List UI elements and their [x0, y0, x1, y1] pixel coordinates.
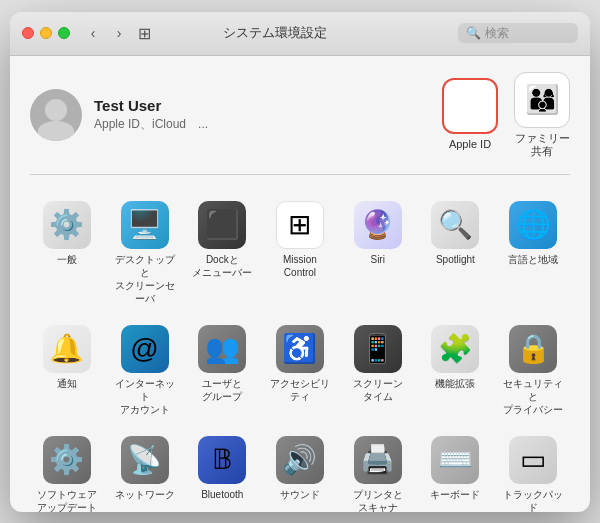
icon-img-network: 📡: [121, 436, 169, 484]
icon-item-dock[interactable]: ⬛Dockとメニューバー: [185, 195, 259, 311]
icon-label-users: ユーザとグループ: [202, 377, 242, 403]
apple-id-label: Apple ID: [449, 138, 491, 151]
icon-item-notify[interactable]: 🔔通知: [30, 319, 104, 422]
icon-img-internet: @: [121, 325, 169, 373]
icon-label-language: 言語と地域: [508, 253, 558, 266]
icon-img-sound: 🔊: [276, 436, 324, 484]
icon-item-sound[interactable]: 🔊サウンド: [263, 430, 337, 512]
icon-item-printer[interactable]: 🖨️プリンタとスキャナ: [341, 430, 415, 512]
icon-img-users: 👥: [198, 325, 246, 373]
icon-img-bluetooth: 𝔹: [198, 436, 246, 484]
icon-item-general[interactable]: ⚙️一般: [30, 195, 104, 311]
icon-item-internet[interactable]: @インターネットアカウント: [108, 319, 182, 422]
icon-item-bluetooth[interactable]: 𝔹Bluetooth: [185, 430, 259, 512]
icon-img-screen: 📱: [354, 325, 402, 373]
icon-item-software[interactable]: ⚙️ソフトウェアアップデート: [30, 430, 104, 512]
icon-item-siri[interactable]: 🔮Siri: [341, 195, 415, 311]
search-box[interactable]: 🔍: [458, 23, 578, 43]
icon-label-security: セキュリティとプライバシー: [498, 377, 568, 416]
icon-item-users[interactable]: 👥ユーザとグループ: [185, 319, 259, 422]
user-info: Test User Apple ID、iCloud ...: [94, 97, 442, 133]
family-sharing-label: ファミリー共有: [515, 132, 570, 158]
icon-item-network[interactable]: 📡ネットワーク: [108, 430, 182, 512]
avatar: [30, 89, 82, 141]
icon-item-keyboard[interactable]: ⌨️キーボード: [419, 430, 493, 512]
family-sharing-box: 👨‍👩‍👦: [514, 72, 570, 128]
icon-img-general: ⚙️: [43, 201, 91, 249]
icon-img-trackpad: ▭: [509, 436, 557, 484]
icon-img-mission: ⊞: [276, 201, 324, 249]
icon-label-spotlight: Spotlight: [436, 253, 475, 266]
family-icon: 👨‍👩‍👦: [525, 83, 560, 116]
icon-img-printer: 🖨️: [354, 436, 402, 484]
icon-item-desktop[interactable]: 🖥️デスクトップとスクリーンセーバ: [108, 195, 182, 311]
system-preferences-window: ‹ › ⊞ システム環境設定 🔍 Test User Apple ID、iClo…: [10, 12, 590, 512]
icon-item-security[interactable]: 🔒セキュリティとプライバシー: [496, 319, 570, 422]
close-button[interactable]: [22, 27, 34, 39]
icon-label-ext: 機能拡張: [435, 377, 475, 390]
icon-label-network: ネットワーク: [115, 488, 175, 501]
icon-img-language: 🌐: [509, 201, 557, 249]
icon-img-dock: ⬛: [198, 201, 246, 249]
titlebar: ‹ › ⊞ システム環境設定 🔍: [10, 12, 590, 56]
content-area: Test User Apple ID、iCloud ... Apple ID 👨…: [10, 56, 590, 512]
icon-label-general: 一般: [57, 253, 77, 266]
apple-id-box: [442, 78, 498, 134]
search-input[interactable]: [485, 26, 575, 40]
icon-item-spotlight[interactable]: 🔍Spotlight: [419, 195, 493, 311]
icon-item-ext[interactable]: 🧩機能拡張: [419, 319, 493, 422]
maximize-button[interactable]: [58, 27, 70, 39]
icon-img-desktop: 🖥️: [121, 201, 169, 249]
icon-img-access: ♿: [276, 325, 324, 373]
user-subtitle: Apple ID、iCloud ...: [94, 116, 442, 133]
icon-item-mission[interactable]: ⊞MissionControl: [263, 195, 337, 311]
preferences-grid: ⚙️一般🖥️デスクトップとスクリーンセーバ⬛Dockとメニューバー⊞Missio…: [30, 195, 570, 512]
icon-label-bluetooth: Bluetooth: [201, 488, 243, 501]
icon-label-notify: 通知: [57, 377, 77, 390]
icon-img-notify: 🔔: [43, 325, 91, 373]
window-title: システム環境設定: [91, 24, 458, 42]
icon-label-siri: Siri: [370, 253, 384, 266]
icon-label-access: アクセシビリティ: [265, 377, 335, 403]
minimize-button[interactable]: [40, 27, 52, 39]
search-icon: 🔍: [466, 26, 481, 40]
icon-item-screen[interactable]: 📱スクリーンタイム: [341, 319, 415, 422]
icon-img-keyboard: ⌨️: [431, 436, 479, 484]
icon-label-desktop: デスクトップとスクリーンセーバ: [110, 253, 180, 305]
icon-item-access[interactable]: ♿アクセシビリティ: [263, 319, 337, 422]
apple-id-icon[interactable]: Apple ID: [442, 78, 498, 151]
icon-img-software: ⚙️: [43, 436, 91, 484]
icon-label-dock: Dockとメニューバー: [192, 253, 252, 279]
family-sharing-icon[interactable]: 👨‍👩‍👦 ファミリー共有: [514, 72, 570, 158]
user-name: Test User: [94, 97, 442, 114]
icon-img-security: 🔒: [509, 325, 557, 373]
icon-label-internet: インターネットアカウント: [110, 377, 180, 416]
icon-label-sound: サウンド: [280, 488, 320, 501]
icon-img-spotlight: 🔍: [431, 201, 479, 249]
icon-label-keyboard: キーボード: [430, 488, 480, 501]
icon-label-mission: MissionControl: [283, 253, 317, 279]
icon-label-software: ソフトウェアアップデート: [37, 488, 97, 512]
icon-item-language[interactable]: 🌐言語と地域: [496, 195, 570, 311]
icon-img-siri: 🔮: [354, 201, 402, 249]
traffic-lights: [22, 27, 70, 39]
user-section: Test User Apple ID、iCloud ... Apple ID 👨…: [30, 72, 570, 175]
icon-label-printer: プリンタとスキャナ: [353, 488, 403, 512]
icon-label-trackpad: トラックパッド: [498, 488, 568, 512]
icon-item-trackpad[interactable]: ▭トラックパッド: [496, 430, 570, 512]
user-icons: Apple ID 👨‍👩‍👦 ファミリー共有: [442, 72, 570, 158]
icon-label-screen: スクリーンタイム: [353, 377, 403, 403]
icon-img-ext: 🧩: [431, 325, 479, 373]
